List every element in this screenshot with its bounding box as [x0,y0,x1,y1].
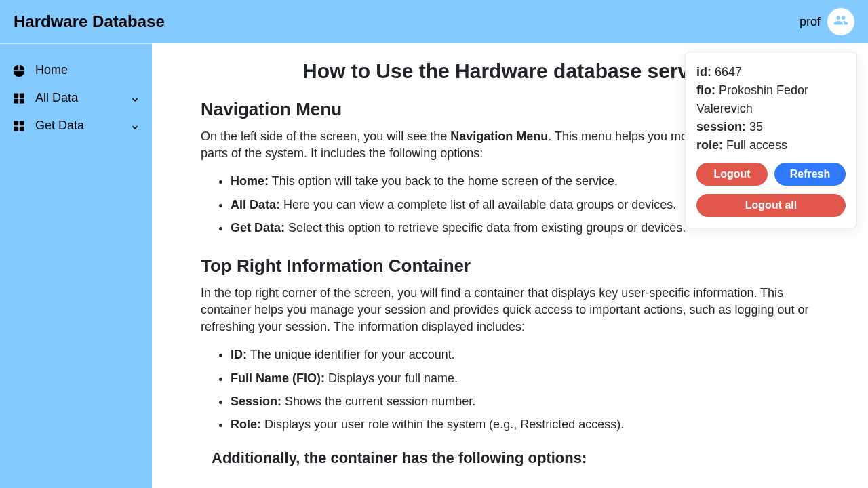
text-span: On the left side of the screen, you will… [201,129,450,143]
text-bold: Session: [231,394,281,408]
svg-rect-6 [14,126,19,131]
sidebar: Home All Data Get Data [0,43,152,488]
user-session-line: session: 35 [696,118,846,136]
svg-rect-0 [14,93,19,98]
chevron-down-icon [130,121,140,131]
text-bold: Role: [231,418,261,431]
svg-rect-7 [20,126,24,131]
svg-rect-2 [14,98,19,103]
user-fio-line: fio: Prokoshin Fedor Valerevich [696,81,846,118]
grid-icon [12,119,26,133]
field-label: id: [696,65,711,79]
profile-label: prof [800,15,821,29]
logout-button[interactable]: Logout [696,163,768,186]
logout-all-button[interactable]: Logout all [696,194,846,217]
text-span: Shows the current session number. [281,394,475,408]
text-span: Displays your user role within the syste… [261,418,624,431]
text-span: Here you can view a complete list of all… [280,198,676,211]
subsection-heading-additional: Additionally, the container has the foll… [212,449,819,467]
text-bold: Get Data: [231,221,285,235]
text-bold: Home: [231,174,269,188]
list-item: Session: Shows the current session numbe… [231,390,819,412]
text-bold: All Data: [231,198,280,211]
field-value: 35 [749,120,763,134]
top-bar: Hardware Database prof [0,0,868,43]
text-bold: Navigation Menu [450,129,548,143]
user-info-card: id: 6647 fio: Prokoshin Fedor Valerevich… [685,52,857,228]
sidebar-item-label: All Data [35,91,78,105]
svg-rect-5 [20,121,24,125]
pie-chart-icon [12,64,26,77]
field-label: role: [696,138,723,152]
svg-rect-1 [20,93,24,98]
field-label: fio: [696,83,715,97]
sidebar-item-all-data[interactable]: All Data [7,84,145,112]
field-value: 6647 [715,65,742,79]
user-id-line: id: 6647 [696,63,846,81]
sidebar-item-home[interactable]: Home [7,56,145,84]
text-span: The unique identifier for your account. [247,348,455,361]
avatar-button[interactable] [827,8,854,35]
sidebar-item-label: Get Data [35,119,84,133]
grid-icon [12,92,26,105]
field-value: Full access [726,138,787,152]
section-heading-topright: Top Right Information Container [201,256,819,277]
sidebar-item-get-data[interactable]: Get Data [7,112,145,140]
main-content: How to Use the Hardware database service… [152,43,868,488]
svg-rect-3 [20,98,24,103]
text-bold: Full Name (FIO): [231,371,325,385]
text-span: Select this option to retrieve specific … [285,221,686,235]
topright-paragraph: In the top right corner of the screen, y… [201,285,819,336]
text-bold: ID: [231,348,247,361]
field-label: session: [696,120,746,134]
list-item: Role: Displays your user role within the… [231,413,819,435]
app-title: Hardware Database [14,12,165,31]
svg-rect-4 [14,121,19,125]
list-item: ID: The unique identifier for your accou… [231,344,819,365]
topright-list: ID: The unique identifier for your accou… [231,344,819,436]
list-item: Full Name (FIO): Displays your full name… [231,367,819,389]
text-span: This option will take you back to the ho… [269,174,618,188]
sidebar-item-label: Home [35,63,68,77]
chevron-down-icon [130,94,140,103]
top-bar-right: prof [800,8,854,35]
users-icon [833,13,848,30]
user-role-line: role: Full access [696,136,846,155]
text-span: Displays your full name. [325,371,458,385]
refresh-button[interactable]: Refresh [774,163,846,186]
